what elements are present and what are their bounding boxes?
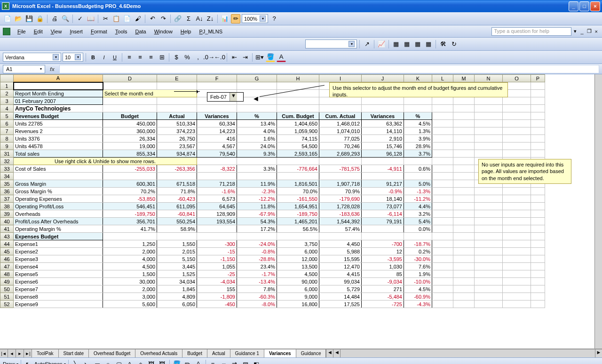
cell[interactable]: Expense6 xyxy=(14,278,103,285)
row-header[interactable]: 52 xyxy=(0,301,14,308)
cell[interactable] xyxy=(197,225,237,233)
preview-icon[interactable]: 🔍 xyxy=(61,14,70,24)
font-name-combo[interactable]: Verdana▾ xyxy=(3,53,61,62)
cell[interactable] xyxy=(531,293,545,301)
cell[interactable]: 1,654,951 xyxy=(277,203,319,210)
cell[interactable] xyxy=(531,233,545,240)
cell[interactable]: Cum. Budget xyxy=(277,112,319,120)
menu-view[interactable]: View xyxy=(47,27,66,36)
cell[interactable] xyxy=(503,210,531,218)
cell[interactable]: 63,362 xyxy=(362,120,404,127)
cell[interactable]: % xyxy=(404,112,432,120)
sheet-tab[interactable]: Overhead Budget xyxy=(89,349,135,357)
cell[interactable] xyxy=(531,263,545,270)
cell[interactable]: 11.8% xyxy=(237,203,277,210)
cell[interactable] xyxy=(432,255,453,263)
cell[interactable] xyxy=(453,301,475,308)
fill-color2-icon[interactable]: 🪣 xyxy=(172,359,182,364)
cell[interactable] xyxy=(453,293,475,301)
cell[interactable] xyxy=(503,278,531,285)
grid3-icon[interactable]: ▦ xyxy=(413,40,422,49)
borders-icon[interactable]: ⊞▾ xyxy=(255,53,264,62)
cell[interactable]: 271 xyxy=(362,285,404,293)
cell[interactable] xyxy=(432,233,453,240)
cell[interactable]: 71.8% xyxy=(157,188,197,195)
inc-indent-icon[interactable]: ⇥ xyxy=(240,53,250,62)
cell[interactable]: 70.9% xyxy=(319,188,362,195)
cell[interactable]: 4.4% xyxy=(404,203,432,210)
cell[interactable]: -25 xyxy=(197,270,237,278)
cell[interactable]: 2,000 xyxy=(103,285,157,293)
cell[interactable] xyxy=(237,82,277,90)
cell[interactable]: -450 xyxy=(197,301,237,308)
menu-format[interactable]: Format xyxy=(87,27,111,36)
cell[interactable]: Gross Margin % xyxy=(14,188,103,195)
cell[interactable]: -2.3% xyxy=(237,188,277,195)
cell[interactable] xyxy=(531,112,545,120)
cell[interactable]: 34,034 xyxy=(157,278,197,285)
cell[interactable]: 54,500 xyxy=(277,142,319,150)
row-header[interactable]: 46 xyxy=(0,255,14,263)
col-M[interactable]: M xyxy=(453,75,475,82)
cell[interactable] xyxy=(475,270,503,278)
cell[interactable]: -0.9% xyxy=(362,188,404,195)
cell[interactable]: -1,809 xyxy=(197,293,237,301)
cell[interactable]: Gross Margin xyxy=(14,180,103,188)
row-header[interactable]: 48 xyxy=(0,270,14,278)
cell[interactable]: 7.6% xyxy=(404,263,432,270)
cell[interactable]: 6,050 xyxy=(157,301,197,308)
cell[interactable] xyxy=(197,158,237,165)
align-center-icon[interactable]: ≡ xyxy=(135,53,145,62)
cell[interactable] xyxy=(453,180,475,188)
textbox-icon[interactable]: ▢ xyxy=(114,359,124,364)
cell[interactable] xyxy=(432,158,453,165)
row-header[interactable]: 35 xyxy=(0,180,14,188)
cell[interactable]: 11.9% xyxy=(237,180,277,188)
cell[interactable]: 550,254 xyxy=(157,218,197,225)
cell[interactable] xyxy=(432,210,453,218)
cell[interactable]: Actual xyxy=(157,112,197,120)
cell[interactable] xyxy=(531,127,545,135)
cell[interactable]: -28.8% xyxy=(237,255,277,263)
select-objects-icon[interactable]: ↖ xyxy=(24,359,33,364)
cell[interactable] xyxy=(432,248,453,255)
cell[interactable] xyxy=(432,97,453,105)
cell[interactable]: 6,000 xyxy=(277,248,319,255)
row-header[interactable]: 38 xyxy=(0,203,14,210)
cell[interactable]: 26,334 xyxy=(103,135,157,142)
cell[interactable]: -9,034 xyxy=(362,278,404,285)
cell[interactable]: Expense1 xyxy=(14,240,103,248)
print-icon[interactable]: 🖨 xyxy=(50,14,59,24)
cell[interactable] xyxy=(531,188,545,195)
col-F[interactable]: F xyxy=(197,75,237,82)
cell[interactable]: Variances xyxy=(362,112,404,120)
cell[interactable] xyxy=(453,210,475,218)
cell[interactable]: 41.7% xyxy=(103,225,157,233)
cell[interactable] xyxy=(531,248,545,255)
cell[interactable]: 1,055 xyxy=(197,263,237,270)
cell[interactable]: 99,034 xyxy=(319,278,362,285)
cell[interactable] xyxy=(157,233,197,240)
cell[interactable]: 26,750 xyxy=(157,135,197,142)
cell[interactable]: -60,423 xyxy=(157,195,197,203)
cell[interactable]: 374,223 xyxy=(157,127,197,135)
cell[interactable]: 3,750 xyxy=(277,240,319,248)
refresh-icon[interactable]: ↻ xyxy=(449,40,459,49)
cell[interactable] xyxy=(531,195,545,203)
cell[interactable]: 12,470 xyxy=(319,263,362,270)
undo-icon[interactable]: ↶ xyxy=(148,14,157,24)
sheet-tab[interactable]: Guidance 1 xyxy=(230,349,264,357)
menu-help[interactable]: Help xyxy=(177,27,195,36)
cell[interactable] xyxy=(432,195,453,203)
cell[interactable] xyxy=(103,173,157,180)
tab-scroll-right-icon[interactable]: ◄ xyxy=(326,349,333,357)
cell[interactable] xyxy=(432,180,453,188)
cell[interactable] xyxy=(319,105,362,112)
formula-input[interactable] xyxy=(59,65,599,73)
cell[interactable]: Revenues Budget xyxy=(14,112,103,120)
cell[interactable] xyxy=(503,142,531,150)
cell[interactable]: -0.8% xyxy=(237,248,277,255)
cell[interactable]: Overheads xyxy=(14,210,103,218)
row-header[interactable]: 7 xyxy=(0,127,14,135)
cell[interactable]: -67.9% xyxy=(237,210,277,218)
